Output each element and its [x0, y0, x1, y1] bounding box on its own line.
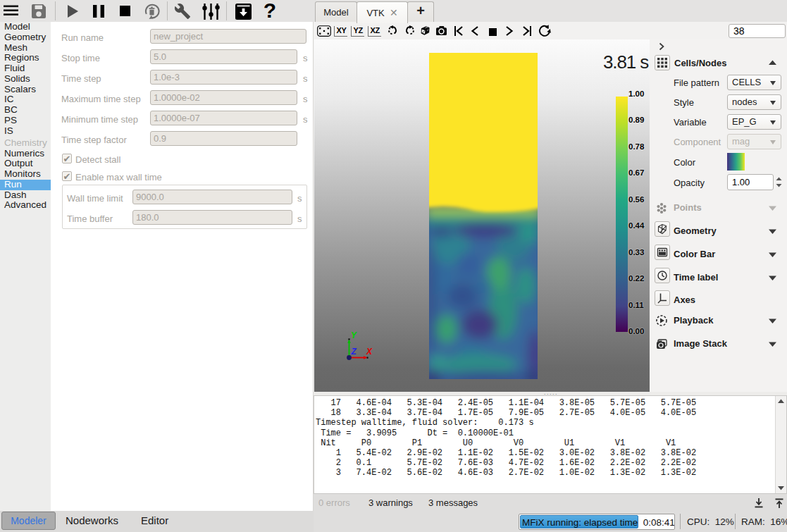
svg-text:X: X	[366, 347, 373, 357]
svg-text:Z: Z	[351, 347, 357, 357]
svg-text:Y: Y	[351, 330, 357, 340]
